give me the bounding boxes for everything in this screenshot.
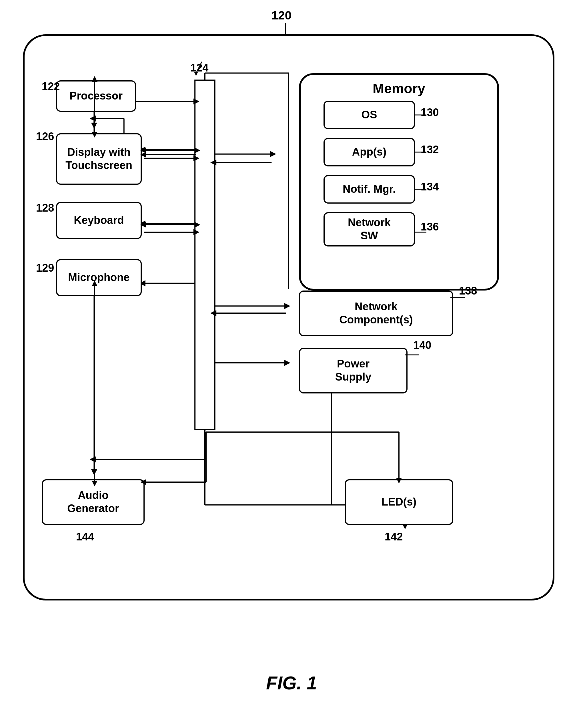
- ref-132: 132: [421, 144, 439, 156]
- ref-120: 120: [272, 8, 292, 22]
- processor-label: Processor: [70, 89, 122, 103]
- svg-marker-4: [193, 99, 199, 104]
- svg-marker-33: [91, 469, 97, 475]
- svg-marker-19: [270, 151, 276, 157]
- keyboard-box: Keyboard: [56, 202, 142, 239]
- os-label: OS: [362, 108, 377, 122]
- svg-marker-25: [211, 310, 216, 316]
- ref-124: 124: [190, 62, 209, 74]
- ref-136: 136: [421, 221, 439, 233]
- keyboard-label: Keyboard: [74, 214, 124, 227]
- svg-marker-12: [193, 229, 199, 235]
- os-box: OS: [324, 101, 415, 129]
- microphone-label: Microphone: [68, 271, 130, 284]
- audio-generator-box: AudioGenerator: [42, 479, 145, 525]
- audio-generator-label: AudioGenerator: [67, 489, 119, 515]
- ref-129: 129: [36, 262, 54, 274]
- network-component-box: NetworkComponent(s): [299, 290, 453, 336]
- network-sw-box: NetworkSW: [324, 212, 415, 246]
- microphone-box: Microphone: [56, 259, 142, 296]
- svg-rect-2: [195, 80, 215, 430]
- page: 120: [0, 0, 583, 728]
- svg-marker-27: [284, 360, 290, 366]
- svg-marker-46: [90, 116, 96, 122]
- memory-title: Memory: [301, 81, 497, 96]
- ref-126: 126: [36, 130, 54, 143]
- svg-marker-43: [91, 123, 97, 128]
- processor-box: Processor: [56, 80, 136, 112]
- notif-mgr-label: Notif. Mgr.: [343, 183, 396, 196]
- network-sw-label: NetworkSW: [348, 216, 391, 242]
- ref-130: 130: [421, 106, 439, 119]
- ref-134: 134: [421, 181, 439, 193]
- leds-label: LED(s): [382, 496, 416, 509]
- ref-144: 144: [76, 531, 94, 543]
- svg-marker-8: [193, 156, 199, 161]
- outer-device-box: 124 Processor 122 Display withTouchscree…: [23, 34, 554, 600]
- svg-marker-61: [195, 148, 200, 153]
- apps-label: App(s): [352, 146, 386, 159]
- svg-marker-30: [90, 457, 96, 462]
- figure-label: FIG. 1: [266, 673, 317, 694]
- ref-128: 128: [36, 202, 54, 214]
- ref-142: 142: [385, 531, 403, 543]
- svg-marker-23: [284, 303, 290, 309]
- ref-140: 140: [413, 339, 431, 352]
- power-supply-box: PowerSupply: [299, 348, 408, 393]
- apps-box: App(s): [324, 138, 415, 166]
- network-component-label: NetworkComponent(s): [339, 300, 413, 326]
- memory-outer-box: Memory OS 130 App(s) 132 Notif. Mgr. 134: [299, 73, 499, 290]
- svg-marker-66: [195, 222, 200, 228]
- svg-marker-21: [211, 160, 216, 165]
- ref-122: 122: [42, 80, 60, 93]
- power-supply-label: PowerSupply: [335, 358, 371, 384]
- ref-138: 138: [459, 285, 477, 297]
- display-box: Display withTouchscreen: [56, 133, 142, 185]
- leds-box: LED(s): [345, 479, 453, 525]
- display-label: Display withTouchscreen: [65, 146, 132, 172]
- notif-mgr-box: Notif. Mgr.: [324, 175, 415, 204]
